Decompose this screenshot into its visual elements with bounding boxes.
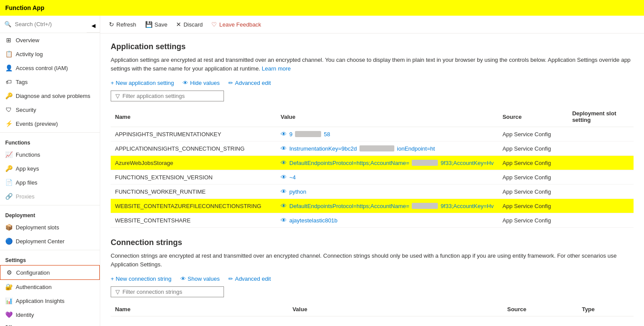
- show-values-button[interactable]: 👁 Show values: [180, 276, 220, 282]
- functions-section-label: Functions: [0, 134, 100, 148]
- connection-strings-title: Connection strings: [111, 238, 634, 247]
- feedback-button[interactable]: ♡ Leave Feedback: [211, 19, 261, 30]
- setting-deployment: [568, 213, 634, 228]
- sidebar-item-label: Access control (IAM): [16, 65, 68, 71]
- setting-source: App Service Config: [498, 127, 568, 141]
- blurred-value: [412, 160, 438, 166]
- blurred-value: [412, 203, 438, 209]
- filter-icon: ▽: [115, 93, 120, 99]
- security-icon: 🛡: [5, 106, 12, 113]
- refresh-button[interactable]: ↻ Refresh: [109, 19, 136, 30]
- sidebar-item-deployment-center[interactable]: 🔵 Deployment Center: [0, 234, 100, 248]
- setting-name: APPLICATIONINSIGHTS_CONNECTION_STRING: [111, 141, 276, 156]
- sidebar-item-label: Functions: [16, 151, 40, 158]
- table-row: APPLICATIONINSIGHTS_CONNECTION_STRING 👁 …: [111, 141, 634, 156]
- sidebar-item-configuration[interactable]: ⚙ Configuration: [0, 265, 100, 280]
- sidebar-item-application-insights[interactable]: 📊 Application Insights: [0, 294, 100, 308]
- conn-type-column-header: Type: [577, 302, 634, 316]
- filter-connection-strings-input[interactable]: [122, 289, 219, 295]
- filter-app-settings-input[interactable]: [122, 93, 219, 99]
- sidebar-item-security[interactable]: 🛡 Security: [0, 103, 100, 117]
- sidebar-item-events[interactable]: ⚡ Events (preview): [0, 117, 100, 131]
- new-connection-string-button[interactable]: + New connection string: [111, 276, 172, 282]
- sidebar-item-label: Proxies: [16, 193, 34, 200]
- setting-source: App Service Config: [498, 213, 568, 228]
- application-settings-section: Application settings Application setting…: [111, 42, 634, 228]
- setting-source: App Service Config: [498, 199, 568, 213]
- sidebar-collapse-button[interactable]: ◀: [87, 19, 100, 33]
- app-title-bar: Function App: [0, 0, 644, 16]
- setting-name: WEBSITE_CONTENTAZUREFILECONNECTIONSTRING: [111, 199, 276, 213]
- setting-deployment: [568, 199, 634, 213]
- sidebar-item-overview[interactable]: ⊞ Overview: [0, 33, 100, 47]
- setting-name: AzureWebJobsStorage: [111, 156, 276, 170]
- search-box[interactable]: 🔍: [0, 16, 87, 33]
- feedback-label: Leave Feedback: [219, 21, 261, 28]
- chevron-left-icon: ◀: [92, 23, 95, 29]
- sidebar-item-deployment-slots[interactable]: 📦 Deployment slots: [0, 220, 100, 234]
- sidebar-item-access-control[interactable]: 👤 Access control (IAM): [0, 61, 100, 75]
- setting-deployment: [568, 185, 634, 199]
- advanced-edit-button[interactable]: ✏ Advanced edit: [228, 80, 271, 86]
- conn-source-column-header: Source: [503, 302, 577, 316]
- learn-more-link[interactable]: Learn more: [262, 65, 291, 72]
- search-icon: 🔍: [4, 21, 11, 27]
- sidebar-item-label: Authentication: [16, 284, 51, 290]
- eye-icon: 👁: [183, 80, 188, 86]
- filter-app-settings-box[interactable]: ▽: [111, 91, 224, 101]
- sidebar-item-authentication[interactable]: 🔐 Authentication: [0, 280, 100, 294]
- sidebar-item-activity-log[interactable]: 📋 Activity log: [0, 47, 100, 61]
- functions-icon: 📈: [5, 151, 12, 158]
- conn-value-column-header: Value: [288, 302, 503, 316]
- sidebar-item-backups[interactable]: 💾 Backups: [0, 322, 100, 326]
- activity-log-icon: 📋: [5, 50, 12, 57]
- sidebar-item-app-keys[interactable]: 🔑 App keys: [0, 161, 100, 175]
- sidebar-item-identity[interactable]: 💜 Identity: [0, 308, 100, 322]
- refresh-icon: ↻: [109, 21, 114, 28]
- search-input[interactable]: [11, 19, 82, 29]
- eye-icon: 👁: [281, 202, 287, 209]
- setting-name: WEBSITE_CONTENTSHARE: [111, 213, 276, 228]
- diagnose-icon: 🔑: [5, 92, 12, 99]
- setting-value: 👁 DefaultEndpointsProtocol=https;Account…: [276, 199, 498, 213]
- edit-icon: ✏: [228, 80, 233, 86]
- conn-name-column-header: Name: [111, 302, 288, 316]
- conn-string-action-bar: + New connection string 👁 Show values ✏ …: [111, 276, 634, 282]
- eye-icon: 👁: [281, 145, 287, 152]
- filter-connection-strings-box[interactable]: ▽: [111, 286, 224, 297]
- sidebar-item-tags[interactable]: 🏷 Tags: [0, 75, 100, 89]
- setting-deployment: [568, 127, 634, 141]
- plus-icon: +: [111, 276, 114, 282]
- application-settings-title: Application settings: [111, 42, 634, 51]
- table-row: APPINSIGHTS_INSTRUMENTATIONKEY 👁 9 58 Ap…: [111, 127, 634, 141]
- filter-icon: ▽: [115, 289, 120, 295]
- sidebar-item-label: App files: [16, 179, 37, 186]
- hide-values-button[interactable]: 👁 Hide values: [183, 80, 220, 86]
- tags-icon: 🏷: [5, 78, 12, 85]
- save-button[interactable]: 💾 Save: [145, 19, 168, 30]
- content-area: Application settings Application setting…: [100, 34, 644, 326]
- sidebar-item-label: Overview: [16, 37, 39, 44]
- app-keys-icon: 🔑: [5, 165, 12, 172]
- sidebar-item-label: Deployment Center: [16, 238, 64, 245]
- conn-advanced-edit-button[interactable]: ✏ Advanced edit: [228, 276, 271, 282]
- deployment-column-header: Deployment slot setting: [568, 107, 634, 127]
- discard-button[interactable]: ✕ Discard: [176, 19, 203, 30]
- sidebar-item-app-files[interactable]: 📄 App files: [0, 175, 100, 189]
- sidebar-item-label: Events (preview): [16, 121, 58, 127]
- toolbar: ↻ Refresh 💾 Save ✕ Discard ♡ Leave Feedb…: [100, 16, 644, 34]
- setting-source: App Service Config: [498, 170, 568, 185]
- sidebar-item-label: App keys: [16, 165, 39, 172]
- sidebar-item-functions[interactable]: 📈 Functions: [0, 148, 100, 161]
- overview-icon: ⊞: [5, 37, 12, 44]
- setting-name: FUNCTIONS_WORKER_RUNTIME: [111, 185, 276, 199]
- setting-value: 👁 InstrumentationKey=9bc2d ionEndpoint=h…: [276, 141, 498, 156]
- setting-value: 👁 9 58: [276, 127, 498, 141]
- sidebar: 🔍 ◀ ⊞ Overview 📋 Activity log 👤 Access c…: [0, 16, 100, 326]
- sidebar-item-proxies[interactable]: 🔗 Proxies: [0, 189, 100, 203]
- sidebar-item-diagnose[interactable]: 🔑 Diagnose and solve problems: [0, 89, 100, 103]
- setting-name: APPINSIGHTS_INSTRUMENTATIONKEY: [111, 127, 276, 141]
- settings-section-label: Settings: [0, 252, 100, 265]
- refresh-label: Refresh: [116, 21, 136, 28]
- new-app-setting-button[interactable]: + New application setting: [111, 80, 174, 86]
